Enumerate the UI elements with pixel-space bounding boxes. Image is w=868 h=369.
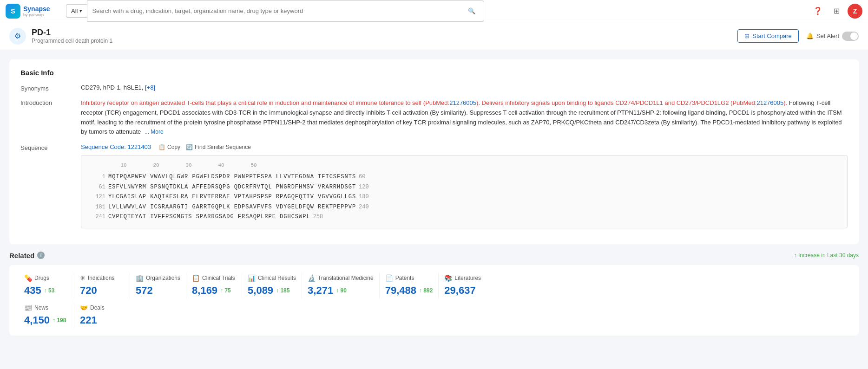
pubmed-link-2[interactable]: 21276005 xyxy=(756,99,783,106)
introduction-row: Introduction Inhibitory receptor on anti… xyxy=(20,98,848,137)
organizations-label: Organizations xyxy=(146,275,180,281)
synonyms-value: CD279, hPD-1, hSLE1, [+8] xyxy=(81,84,848,91)
sequence-code-link[interactable]: Sequence Code: 1221403 xyxy=(81,143,151,150)
news-label: News xyxy=(34,304,48,311)
basic-info-card: Basic Info Synonyms CD279, hPD-1, hSLE1,… xyxy=(9,59,859,244)
drugs-label: Drugs xyxy=(34,275,49,281)
news-icon: 📰 xyxy=(24,304,32,311)
patents-label: Patents xyxy=(395,275,414,281)
clinical-trials-increase: ↑ 75 xyxy=(220,287,231,294)
set-alert-toggle[interactable] xyxy=(842,32,859,41)
seq-line-2: 61 ESFVLNWYRM SPSNQTDKLA AFFEDRSQPG QDCR… xyxy=(89,182,840,193)
set-alert-area: 🔔 Set Alert xyxy=(806,32,859,41)
patents-icon: 📄 xyxy=(385,274,393,282)
stat-indications[interactable]: ✳ Indications 720 xyxy=(74,272,130,298)
stat-clinical-trials[interactable]: 📋 Clinical Trials 8,169 ↑ 75 xyxy=(186,272,242,298)
literatures-icon: 📚 xyxy=(444,274,452,282)
introduction-label: Introduction xyxy=(20,98,81,106)
drugs-value: 435 ↑ 53 xyxy=(24,285,68,297)
pubmed-link-1[interactable]: 21276005 xyxy=(449,99,476,106)
related-header: Related i ↑ Increase in Last 30 days xyxy=(9,252,859,259)
user-avatar[interactable]: Z xyxy=(848,4,862,19)
translational-medicine-increase: ↑ 90 xyxy=(336,287,347,294)
patents-value: 79,488 ↑ 892 xyxy=(385,285,433,297)
help-icon-button[interactable]: ❓ xyxy=(810,4,825,19)
bell-icon: 🔔 xyxy=(806,32,814,39)
copy-button[interactable]: 📋 Copy xyxy=(158,144,180,150)
search-input-wrap: 🔍 xyxy=(87,0,484,22)
seq-line-1: 1 MQIPQAPWFV VWAVLQLGWR PGWFLDSPDR PWNPP… xyxy=(89,172,840,182)
indications-icon: ✳ xyxy=(80,274,85,282)
stat-translational-medicine[interactable]: 🔬 Translational Medicine 3,271 ↑ 90 xyxy=(302,272,380,298)
clinical-trials-label: Clinical Trials xyxy=(202,275,235,281)
page-header: ⚙ PD-1 Programmed cell death protein 1 ⊞… xyxy=(0,22,868,50)
page-title: PD-1 xyxy=(32,28,112,38)
synonyms-more-link[interactable]: [+8] xyxy=(145,84,155,91)
clinical-results-icon: 📊 xyxy=(248,274,256,282)
drugs-icon: 💊 xyxy=(24,274,32,282)
compare-icon: ⊞ xyxy=(744,32,750,39)
synonyms-label: Synonyms xyxy=(20,84,81,92)
literatures-label: Literatures xyxy=(454,275,481,281)
intro-more-link[interactable]: ... More xyxy=(145,129,164,135)
stat-patents[interactable]: 📄 Patents 79,488 ↑ 892 xyxy=(380,272,439,298)
seq-line-4: 181 LVLLWWVLAV ICSRAARGTI GARRTGQPLK EDP… xyxy=(89,202,840,213)
logo-name: Synapse xyxy=(23,5,50,13)
settings-icon: ⚙ xyxy=(9,28,26,45)
clinical-trials-value: 8,169 ↑ 75 xyxy=(192,285,236,297)
stat-clinical-results[interactable]: 📊 Clinical Results 5,089 ↑ 185 xyxy=(242,272,302,298)
translational-medicine-icon: 🔬 xyxy=(308,274,316,282)
search-input[interactable] xyxy=(92,7,464,14)
stat-organizations[interactable]: 🏢 Organizations 572 xyxy=(130,272,186,298)
page-header-right: ⊞ Start Compare 🔔 Set Alert xyxy=(737,29,859,43)
sequence-ruler: 10 20 30 40 50 xyxy=(89,161,840,170)
indications-value: 720 xyxy=(80,285,124,297)
indications-label: Indications xyxy=(88,275,114,281)
news-increase: ↑ 198 xyxy=(53,317,66,324)
stats-bottom-row: 📰 News 4,150 ↑ 198 🤝 Deals 221 xyxy=(19,298,849,328)
logo-icon: S xyxy=(6,4,20,19)
organizations-icon: 🏢 xyxy=(136,274,144,282)
stats-container: 💊 Drugs 435 ↑ 53 ✳ Indications 720 xyxy=(9,265,859,336)
nav-icons: ❓ ⊞ Z xyxy=(810,4,862,19)
translational-medicine-value: 3,271 ↑ 90 xyxy=(308,285,374,297)
seq-line-3: 121 YLCGAISLAP KAQIKESLRA ELRVTERRAE VPT… xyxy=(89,192,840,202)
page-title-group: PD-1 Programmed cell death protein 1 xyxy=(32,28,112,44)
logo-text: Synapse by patsnap xyxy=(23,5,50,17)
search-icon-button[interactable]: 🔍 xyxy=(464,4,479,19)
news-value: 4,150 ↑ 198 xyxy=(24,314,68,326)
related-title: Related i xyxy=(9,252,45,259)
introduction-value: Inhibitory receptor on antigen activated… xyxy=(81,98,848,137)
clinical-results-value: 5,089 ↑ 185 xyxy=(248,285,296,297)
copy-icon: 📋 xyxy=(158,144,165,150)
translational-medicine-label: Translational Medicine xyxy=(318,275,374,281)
deals-value: 221 xyxy=(80,314,125,326)
patents-increase: ↑ 892 xyxy=(419,287,433,294)
related-info-badge[interactable]: i xyxy=(37,252,45,259)
find-similar-button[interactable]: 🔄 Find Similar Sequence xyxy=(186,144,251,150)
sequence-label: Sequence xyxy=(20,143,81,151)
chevron-down-icon: ▾ xyxy=(79,8,82,14)
synonyms-row: Synonyms CD279, hPD-1, hSLE1, [+8] xyxy=(20,84,848,92)
stat-literatures[interactable]: 📚 Literatures 29,637 xyxy=(439,272,494,298)
literatures-value: 29,637 xyxy=(444,285,489,297)
stat-deals[interactable]: 🤝 Deals 221 xyxy=(74,302,130,328)
logo-area: S Synapse by patsnap xyxy=(6,4,61,19)
grid-icon-button[interactable]: ⊞ xyxy=(829,4,844,19)
search-type-dropdown[interactable]: All ▾ xyxy=(66,4,87,18)
intro-text-part1: Inhibitory receptor on antigen activated… xyxy=(81,99,842,135)
seq-line-5: 241 CVPEQTEYAT IVFFPSGMGTS SPARRGSADG FR… xyxy=(89,212,840,222)
deals-icon: 🤝 xyxy=(80,304,88,311)
sequence-display: 10 20 30 40 50 1 MQIPQAPWFV VWAVLQLGWR P… xyxy=(81,155,848,228)
sequence-actions: 📋 Copy 🔄 Find Similar Sequence xyxy=(158,144,251,150)
stat-news[interactable]: 📰 News 4,150 ↑ 198 xyxy=(19,302,74,328)
basic-info-title: Basic Info xyxy=(20,69,848,77)
stat-drugs[interactable]: 💊 Drugs 435 ↑ 53 xyxy=(19,272,74,298)
start-compare-button[interactable]: ⊞ Start Compare xyxy=(737,29,799,43)
logo-sub: by patsnap xyxy=(23,13,50,17)
sequence-value: Sequence Code: 1221403 📋 Copy 🔄 Find Sim… xyxy=(81,143,848,228)
sequence-row: Sequence Sequence Code: 1221403 📋 Copy 🔄… xyxy=(20,143,848,228)
clinical-results-label: Clinical Results xyxy=(258,275,296,281)
stats-top-row: 💊 Drugs 435 ↑ 53 ✳ Indications 720 xyxy=(19,272,849,298)
clinical-trials-icon: 📋 xyxy=(192,274,200,282)
